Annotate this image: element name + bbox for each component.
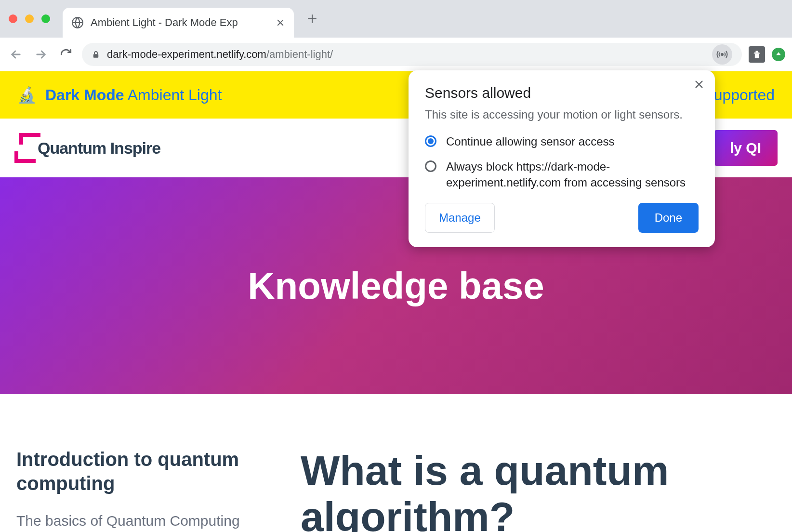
hero-title: Knowledge base [248, 264, 544, 308]
sensor-permission-popover: Sensors allowed This site is accessing y… [409, 70, 715, 247]
window-minimize-button[interactable] [25, 14, 34, 23]
url-path: /ambient-light/ [266, 48, 333, 60]
option-allow-label: Continue allowing sensor access [446, 134, 615, 149]
banner-title-light: Ambient Light [128, 86, 222, 104]
popover-description: This site is accessing your motion or li… [425, 108, 699, 121]
forward-button[interactable] [32, 45, 50, 64]
logo-mark [14, 133, 40, 163]
sidebar-link[interactable]: The basics of Quantum Computing [16, 513, 267, 529]
article-sidebar: Introduction to quantum computing The ba… [16, 447, 267, 532]
tab-title: Ambient Light - Dark Mode Exp [91, 16, 269, 29]
profile-button[interactable] [772, 48, 785, 61]
sidebar-heading: Introduction to quantum computing [16, 447, 267, 495]
svg-point-2 [721, 53, 723, 55]
option-block-label: Always block https://dark-mode-experimen… [446, 159, 699, 190]
close-tab-button[interactable] [276, 18, 285, 27]
window-fullscreen-button[interactable] [41, 14, 50, 23]
svg-rect-3 [755, 53, 759, 58]
browser-toolbar: dark-mode-experiment.netlify.com/ambient… [0, 38, 792, 71]
svg-rect-4 [756, 51, 758, 52]
manage-label: Manage [439, 211, 481, 224]
svg-rect-1 [93, 54, 99, 58]
article-main: What is a quantum algorithm? [301, 447, 776, 532]
new-tab-button[interactable] [306, 13, 318, 25]
popover-actions: Manage Done [425, 203, 699, 233]
back-button[interactable] [7, 45, 25, 64]
popover-option-allow[interactable]: Continue allowing sensor access [425, 134, 699, 149]
globe-icon [71, 16, 84, 29]
banner-right-text: upported [714, 86, 775, 104]
site-logo[interactable]: Quantum Inspire [14, 133, 160, 163]
url-host: dark-mode-experiment.netlify.com [107, 48, 266, 60]
done-label: Done [655, 211, 682, 224]
my-qi-button[interactable]: ly QI [713, 130, 778, 166]
popover-option-block[interactable]: Always block https://dark-mode-experimen… [425, 159, 699, 190]
reload-button[interactable] [57, 45, 75, 64]
microscope-icon: 🔬 [17, 86, 37, 104]
browser-tab-strip: Ambient Light - Dark Mode Exp [0, 0, 792, 38]
window-close-button[interactable] [9, 14, 17, 23]
radio-allow[interactable] [425, 135, 436, 147]
popover-close-button[interactable] [694, 79, 704, 90]
logo-text: Quantum Inspire [38, 139, 160, 158]
browser-tab[interactable]: Ambient Light - Dark Mode Exp [63, 8, 294, 38]
done-button[interactable]: Done [638, 203, 699, 233]
address-bar[interactable]: dark-mode-experiment.netlify.com/ambient… [82, 43, 742, 66]
my-qi-label: ly QI [730, 140, 761, 156]
arrow-up-icon [775, 51, 782, 58]
radio-block[interactable] [425, 160, 436, 172]
sensor-indicator-button[interactable] [712, 44, 732, 65]
extension-button[interactable] [749, 46, 765, 63]
article-title: What is a quantum algorithm? [301, 447, 776, 532]
manage-button[interactable]: Manage [425, 203, 495, 233]
article-section: Introduction to quantum computing The ba… [0, 394, 792, 532]
banner-title-bold: Dark Mode [45, 86, 124, 104]
window-controls [9, 14, 50, 23]
url-text: dark-mode-experiment.netlify.com/ambient… [107, 48, 333, 61]
popover-title: Sensors allowed [425, 85, 699, 101]
lock-icon [92, 50, 100, 59]
